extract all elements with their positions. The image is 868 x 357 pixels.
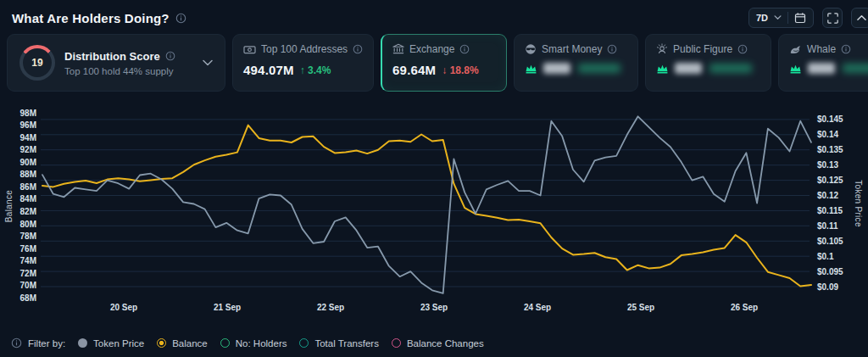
info-icon[interactable] [165, 51, 175, 61]
card-title: Distribution Score [64, 50, 160, 63]
svg-text:74M: 74M [20, 256, 36, 265]
svg-text:80M: 80M [20, 220, 36, 229]
svg-text:$0.09: $0.09 [817, 282, 838, 292]
calendar-icon[interactable] [794, 12, 806, 24]
filter-by-label: Filter by: [28, 338, 65, 349]
svg-text:$0.11: $0.11 [817, 221, 838, 231]
svg-text:24 Sep: 24 Sep [524, 303, 551, 312]
hidden-change-blur [843, 64, 868, 73]
crown-icon [656, 64, 669, 74]
svg-text:88M: 88M [20, 170, 36, 179]
svg-text:$0.125: $0.125 [817, 176, 843, 185]
card-smart-money[interactable]: Smart Money [514, 34, 638, 92]
card-subtitle: Top 100 hold 44% supply [64, 66, 193, 76]
public-figure-icon [656, 43, 668, 55]
svg-text:$0.13: $0.13 [817, 160, 838, 170]
svg-text:92M: 92M [20, 145, 36, 154]
card-change: ↓ 18.8% [442, 64, 478, 76]
info-icon[interactable] [459, 44, 470, 54]
svg-text:$0.095: $0.095 [817, 267, 843, 276]
svg-text:22 Sep: 22 Sep [317, 303, 344, 312]
svg-text:76M: 76M [20, 244, 36, 254]
holders-chart[interactable]: 98M96M94M92M90M88M86M84M82M80M78M76M74M7… [0, 100, 868, 326]
widget-header: What Are Holders Doing? 7D [0, 0, 868, 29]
card-whale[interactable]: Whale [778, 34, 868, 92]
hidden-change-blur [709, 64, 752, 73]
filter-balance-changes[interactable]: Balance Changes [392, 338, 484, 349]
banknote-icon [243, 44, 256, 55]
info-icon[interactable] [11, 337, 22, 349]
holders-widget: What Are Holders Doing? 7D 19 [0, 0, 868, 357]
info-icon[interactable] [737, 44, 748, 54]
hidden-change-blur [578, 64, 620, 73]
svg-text:72M: 72M [20, 269, 36, 278]
card-title: Top 100 Addresses [261, 43, 348, 55]
svg-text:$0.115: $0.115 [817, 206, 843, 215]
token-price-dot [78, 338, 87, 348]
fullscreen-icon [827, 13, 838, 24]
svg-text:$0.105: $0.105 [817, 237, 843, 246]
filter-total-transfers[interactable]: Total Transfers [299, 338, 378, 349]
info-icon[interactable] [353, 44, 363, 54]
filter-no-holders[interactable]: No: Holders [220, 338, 287, 349]
svg-text:$0.14: $0.14 [817, 130, 838, 139]
filter-balance[interactable]: Balance [157, 338, 208, 349]
balance-changes-ring [392, 338, 401, 348]
hidden-value-blur [543, 63, 570, 74]
info-icon[interactable] [607, 44, 617, 54]
card-title: Public Figure [673, 43, 732, 55]
svg-text:86M: 86M [20, 182, 36, 192]
svg-text:70M: 70M [20, 281, 36, 290]
chart-canvas: 98M96M94M92M90M88M86M84M82M80M78M76M74M7… [0, 100, 868, 326]
svg-text:82M: 82M [20, 207, 36, 216]
card-title: Exchange [409, 43, 454, 55]
info-icon[interactable] [175, 13, 186, 24]
svg-text:98M: 98M [20, 109, 36, 118]
chevron-down-icon[interactable] [203, 59, 213, 66]
card-public-figure[interactable]: Public Figure [645, 34, 771, 92]
card-value: 69.64M [392, 63, 436, 77]
svg-text:$0.145: $0.145 [817, 114, 843, 124]
balance-radio [157, 338, 166, 348]
filter-token-price[interactable]: Token Price [78, 338, 144, 349]
card-distribution-score[interactable]: 19 Distribution Score Top 100 hold 44% s… [7, 34, 225, 92]
chevron-up-icon [857, 14, 866, 21]
card-value: 494.07M [243, 63, 294, 77]
svg-text:68M: 68M [20, 293, 36, 303]
card-exchange[interactable]: Exchange 69.64M ↓ 18.8% [381, 34, 507, 92]
chart-filter-legend: Filter by: Token Price Balance No: Holde… [11, 337, 484, 349]
distribution-score-value: 19 [31, 57, 42, 69]
card-title: Whale [807, 43, 836, 55]
svg-text:Token Price: Token Price [854, 180, 863, 227]
svg-text:20 Sep: 20 Sep [110, 303, 137, 312]
stat-cards-row: 19 Distribution Score Top 100 hold 44% s… [7, 34, 861, 92]
card-title: Smart Money [542, 43, 602, 55]
svg-text:26 Sep: 26 Sep [731, 303, 758, 312]
card-top-100-addresses[interactable]: Top 100 Addresses 494.07M ↑ 3.4% [232, 34, 374, 92]
hidden-value-blur [808, 63, 835, 74]
chevron-down-icon [774, 15, 782, 20]
card-change: ↑ 3.4% [300, 64, 331, 76]
hidden-value-blur [675, 63, 702, 74]
svg-text:78M: 78M [20, 231, 36, 241]
svg-text:25 Sep: 25 Sep [627, 303, 654, 312]
svg-text:$0.135: $0.135 [817, 145, 843, 154]
fullscreen-button[interactable] [822, 8, 843, 28]
no-holders-ring [220, 338, 230, 348]
svg-text:94M: 94M [20, 133, 36, 142]
svg-text:90M: 90M [20, 158, 36, 167]
crown-icon [525, 64, 537, 74]
collapse-button[interactable] [851, 8, 868, 28]
divider [787, 12, 788, 24]
svg-text:Balance: Balance [4, 190, 14, 222]
svg-text:21 Sep: 21 Sep [214, 303, 241, 312]
info-icon[interactable] [841, 44, 851, 54]
time-range-value: 7D [756, 13, 768, 23]
svg-text:84M: 84M [20, 194, 36, 204]
page-title: What Are Holders Doing? [12, 11, 170, 25]
bank-icon [392, 43, 404, 55]
svg-text:$0.1: $0.1 [817, 252, 834, 261]
time-range-picker[interactable]: 7D [748, 8, 814, 28]
distribution-score-gauge: 19 [19, 45, 55, 81]
smart-money-icon [525, 43, 537, 55]
